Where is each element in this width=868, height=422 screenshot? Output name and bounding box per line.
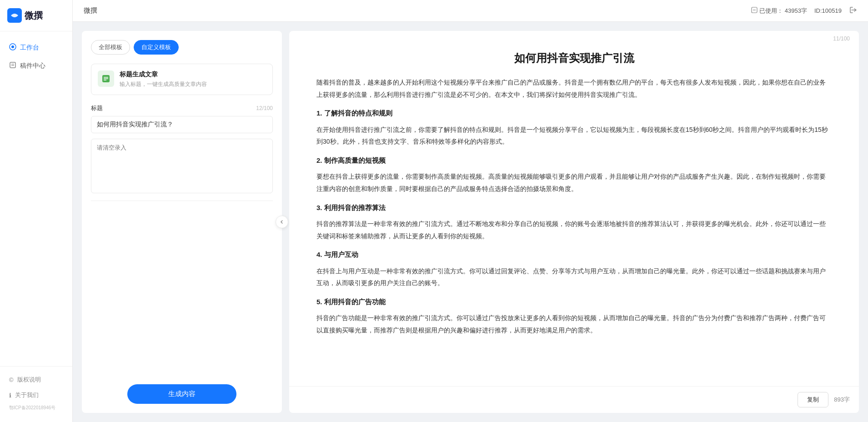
svg-rect-3 — [10, 62, 15, 68]
copyright-label: 版权说明 — [17, 376, 41, 384]
header-right: 已使用： 43953字 ID:100519 — [751, 6, 857, 16]
section-heading: 1. 了解抖音的特点和规则 — [316, 107, 832, 120]
footer-about[interactable]: ℹ 关于我们 — [0, 387, 72, 403]
section-heading: 2. 制作高质量的短视频 — [316, 154, 832, 167]
right-panel: 11/100 如何用抖音实现推广引流 随着抖音的普及，越来越多的人开始利用这个短… — [289, 31, 859, 413]
logout-button[interactable] — [849, 6, 857, 16]
tab-custom[interactable]: 自定义模板 — [134, 40, 179, 55]
section-paragraph: 在开始使用抖音进行推广引流之前，你需要了解抖音的特点和规则。抖音是一个短视频分享… — [316, 124, 832, 148]
content-area: 全部模板 自定义模板 标题生成文章 输入标题，一键生成高质量文章内容 — [73, 22, 868, 422]
main: 微撰 已使用： 43953字 ID:100519 — [73, 0, 868, 422]
section-paragraph: 在抖音上与用户互动是一种非常有效的推广引流方式。你可以通过回复评论、点赞、分享等… — [316, 265, 832, 289]
tab-bar: 全部模板 自定义模板 — [91, 40, 273, 55]
article-body: 随着抖音的普及，越来越多的人开始利用这个短视频分享平台来推广自己的产品或服务。抖… — [316, 76, 832, 337]
word-count: 893字 — [834, 396, 850, 404]
footer-copyright[interactable]: © 版权说明 — [0, 372, 72, 387]
template-card-icon — [98, 70, 114, 87]
title-label-text: 标题 — [91, 104, 103, 112]
copy-button[interactable]: 复制 — [798, 392, 828, 407]
article-content[interactable]: 如何用抖音实现推广引流 随着抖音的普及，越来越多的人开始利用这个短视频分享平台来… — [289, 42, 859, 386]
title-form-label: 标题 12/100 — [91, 104, 273, 112]
drafts-icon — [9, 61, 16, 70]
usage-label: 已使用： — [759, 7, 783, 15]
section-paragraph: 抖音的推荐算法是一种非常有效的推广引流方式。通过不断地发布和分享自己的短视频，你… — [316, 218, 832, 242]
about-icon: ℹ — [9, 392, 11, 399]
section-heading: 4. 与用户互动 — [316, 248, 832, 261]
logo-icon — [7, 8, 22, 23]
template-name: 标题生成文章 — [120, 70, 266, 79]
content-textarea[interactable] — [91, 139, 273, 193]
sidebar-nav: 工作台 稿件中心 — [0, 31, 72, 366]
section-paragraph: 随着抖音的普及，越来越多的人开始利用这个短视频分享平台来推广自己的产品或服务。抖… — [316, 76, 832, 100]
form-divider — [91, 201, 273, 201]
usage-icon — [751, 7, 758, 15]
section-paragraph: 要想在抖音上获得更多的流量，你需要制作高质量的短视频。高质量的短视频能够吸引更多… — [316, 171, 832, 195]
svg-point-2 — [11, 45, 14, 48]
header: 微撰 已使用： 43953字 ID:100519 — [73, 0, 868, 22]
about-label: 关于我们 — [15, 391, 39, 399]
page-count: 11/100 — [833, 35, 850, 42]
template-card[interactable]: 标题生成文章 输入标题，一键生成高质量文章内容 — [91, 64, 273, 95]
title-input[interactable] — [91, 116, 273, 133]
template-desc: 输入标题，一键生成高质量文章内容 — [120, 80, 266, 88]
copyright-icon: © — [9, 377, 14, 383]
logo-text: 微撰 — [25, 10, 43, 22]
generate-button[interactable]: 生成内容 — [127, 384, 236, 404]
article-title: 如何用抖音实现推广引流 — [316, 51, 832, 65]
section-heading: 3. 利用抖音的推荐算法 — [316, 201, 832, 215]
drafts-label: 稿件中心 — [20, 62, 45, 70]
section-paragraph: 抖音的广告功能是一种非常有效的推广引流方式。你可以通过广告投放来让更多的人看到你… — [316, 312, 832, 336]
sidebar-item-drafts[interactable]: 稿件中心 — [0, 57, 72, 75]
sidebar-item-workbench[interactable]: 工作台 — [0, 39, 72, 57]
header-usage: 已使用： 43953字 — [751, 7, 807, 15]
template-info: 标题生成文章 输入标题，一键生成高质量文章内容 — [120, 70, 266, 88]
workbench-icon — [9, 43, 16, 52]
sidebar: 微撰 工作台 稿件中心 © 版权说明 — [0, 0, 73, 422]
title-char-count: 12/100 — [256, 105, 273, 111]
icp-text: 鄂ICP备2022018946号 — [0, 403, 72, 413]
logo-area: 微撰 — [0, 0, 72, 31]
sidebar-footer: © 版权说明 ℹ 关于我们 鄂ICP备2022018946号 — [0, 366, 72, 422]
section-heading: 5. 利用抖音的广告功能 — [316, 296, 832, 309]
usage-value: 43953字 — [785, 7, 807, 15]
header-id: ID:100519 — [814, 7, 842, 14]
collapse-toggle[interactable] — [276, 216, 288, 228]
tab-all[interactable]: 全部模板 — [91, 40, 130, 55]
article-footer: 复制 893字 — [289, 386, 859, 413]
header-title: 微撰 — [84, 6, 97, 15]
workbench-label: 工作台 — [20, 44, 39, 52]
left-panel: 全部模板 自定义模板 标题生成文章 输入标题，一键生成高质量文章内容 — [82, 31, 282, 413]
article-header: 11/100 — [289, 31, 859, 42]
